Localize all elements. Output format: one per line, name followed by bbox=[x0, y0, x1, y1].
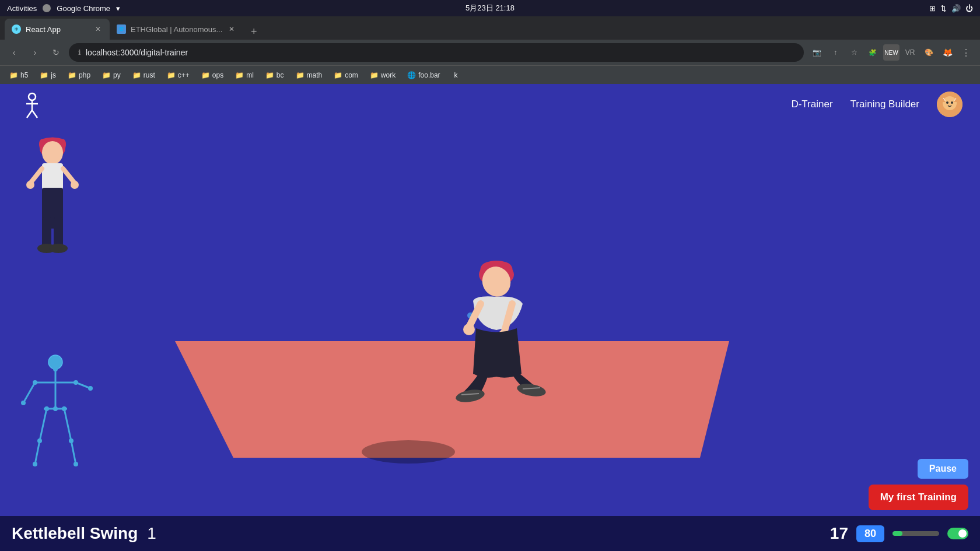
svg-point-40 bbox=[53, 406, 58, 411]
svg-line-5 bbox=[27, 110, 32, 118]
grid-icon: ⊞ bbox=[929, 4, 936, 13]
avatar-svg bbox=[937, 92, 963, 117]
reference-figure-svg bbox=[18, 131, 88, 265]
tab-react-close[interactable]: ✕ bbox=[93, 24, 103, 34]
svg-line-28 bbox=[76, 382, 90, 388]
svg-point-1 bbox=[362, 440, 455, 464]
bookmark-js[interactable]: 📁 js bbox=[35, 69, 61, 81]
reload-button[interactable]: ↻ bbox=[48, 44, 64, 61]
action-buttons: Pause My first Training bbox=[869, 459, 968, 510]
svg-point-41 bbox=[44, 406, 49, 411]
folder-icon: 📁 bbox=[68, 71, 76, 79]
bookmark-h5-label: h5 bbox=[20, 71, 28, 79]
svg-line-6 bbox=[32, 110, 37, 118]
address-bar-row: ‹ › ↻ ℹ localhost:3000/digital-trainer 📷… bbox=[0, 40, 980, 65]
folder-icon: 📁 bbox=[40, 71, 48, 79]
tab-eth-label: ETHGlobal | Autonomous... bbox=[131, 25, 222, 34]
bookmark-math[interactable]: 📁 math bbox=[291, 69, 327, 81]
address-bar[interactable]: ℹ localhost:3000/digital-trainer bbox=[69, 43, 804, 62]
svg-line-15 bbox=[63, 169, 75, 183]
react-favicon: ⚛ bbox=[12, 24, 21, 34]
app-content: D-Trainer Training Builder bbox=[0, 84, 980, 551]
folder-icon: 📁 bbox=[370, 71, 379, 79]
folder-icon: 📁 bbox=[235, 71, 244, 79]
pause-button[interactable]: Pause bbox=[918, 459, 968, 479]
os-bar: Activities Google Chrome ▾ 5月23日 21:18 ⊞… bbox=[0, 0, 980, 16]
extensions-icon[interactable]: 🧩 bbox=[864, 44, 881, 61]
folder-icon: 📁 bbox=[296, 71, 304, 79]
bookmark-js-label: js bbox=[51, 71, 56, 79]
tab-eth-close[interactable]: ✕ bbox=[227, 24, 236, 34]
skeleton-figure bbox=[18, 350, 93, 469]
folder-icon: 📁 bbox=[334, 71, 342, 79]
progress-bar-fill bbox=[892, 531, 902, 536]
svg-point-42 bbox=[62, 406, 66, 411]
my-training-button[interactable]: My first Training bbox=[869, 485, 968, 510]
bookmark-ops[interactable]: 📁 ops bbox=[197, 69, 228, 81]
bookmark-work[interactable]: 📁 work bbox=[365, 69, 400, 81]
svg-point-27 bbox=[21, 401, 26, 405]
bookmark-com-label: com bbox=[345, 71, 358, 79]
bookmark-k[interactable]: k bbox=[447, 69, 463, 81]
screen-record-icon[interactable]: 📷 bbox=[808, 44, 825, 61]
svg-point-12 bbox=[42, 141, 63, 164]
bookmark-py-label: py bbox=[113, 71, 121, 79]
bookmark-cpp[interactable]: 📁 c++ bbox=[162, 69, 194, 81]
vr-icon[interactable]: VR bbox=[902, 44, 918, 61]
globe-icon: 🌐 bbox=[407, 71, 416, 79]
progress-bar bbox=[892, 531, 939, 536]
bookmark-rust-label: rust bbox=[144, 71, 155, 79]
forward-button[interactable]: › bbox=[27, 44, 43, 61]
new-tab-button[interactable]: + bbox=[246, 23, 262, 40]
browser-label[interactable]: Google Chrome bbox=[57, 4, 110, 13]
back-button[interactable]: ‹ bbox=[6, 44, 22, 61]
bookmark-ops-label: ops bbox=[212, 71, 223, 79]
svg-point-9 bbox=[946, 101, 949, 104]
app-logo bbox=[18, 90, 47, 119]
tab-react[interactable]: ⚛ React App ✕ bbox=[5, 19, 110, 40]
fox-icon[interactable]: 🦊 bbox=[939, 44, 956, 61]
folder-icon: 📁 bbox=[132, 71, 141, 79]
bookmark-com[interactable]: 📁 com bbox=[329, 69, 363, 81]
bookmark-py[interactable]: 📁 py bbox=[97, 69, 125, 81]
svg-point-43 bbox=[37, 438, 42, 443]
svg-point-44 bbox=[69, 438, 74, 443]
svg-point-39 bbox=[74, 380, 78, 385]
svg-line-32 bbox=[35, 441, 40, 464]
svg-point-10 bbox=[951, 101, 953, 104]
svg-point-2 bbox=[29, 93, 36, 100]
share-icon[interactable]: ↑ bbox=[827, 44, 844, 61]
new-badge[interactable]: NEW bbox=[883, 44, 900, 61]
svg-point-38 bbox=[33, 380, 37, 385]
rep-current: 17 bbox=[830, 524, 848, 543]
folder-icon: 📁 bbox=[102, 71, 111, 79]
bookmark-rust[interactable]: 📁 rust bbox=[128, 69, 160, 81]
svg-line-31 bbox=[40, 409, 47, 441]
svg-point-37 bbox=[53, 367, 58, 371]
tab-react-label: React App bbox=[26, 25, 61, 34]
os-datetime: 5月23日 21:18 bbox=[466, 3, 514, 13]
app-nav-links: D-Trainer Training Builder bbox=[791, 92, 963, 117]
menu-button[interactable]: ⋮ bbox=[958, 44, 974, 61]
address-actions: 📷 ↑ ☆ 🧩 NEW VR 🎨 🦊 ⋮ bbox=[808, 44, 974, 61]
bookmark-foobar[interactable]: 🌐 foo.bar bbox=[402, 69, 444, 81]
bookmark-php[interactable]: 📁 php bbox=[63, 69, 95, 81]
color-icon[interactable]: 🎨 bbox=[921, 44, 937, 61]
user-avatar[interactable] bbox=[937, 92, 963, 117]
activities-label[interactable]: Activities bbox=[7, 4, 37, 13]
bookmark-ml[interactable]: 📁 ml bbox=[230, 69, 258, 81]
bookmark-icon[interactable]: ☆ bbox=[846, 44, 862, 61]
tab-eth[interactable]: 🌐 ETHGlobal | Autonomous... ✕ bbox=[110, 19, 243, 40]
svg-line-14 bbox=[30, 169, 42, 183]
bookmark-h5[interactable]: 📁 h5 bbox=[5, 69, 33, 81]
bookmark-bc[interactable]: 📁 bc bbox=[261, 69, 289, 81]
rep-total-badge: 80 bbox=[856, 525, 884, 542]
chrome-frame: ⚛ React App ✕ 🌐 ETHGlobal | Autonomous..… bbox=[0, 16, 980, 84]
toggle-switch[interactable] bbox=[947, 528, 968, 539]
nav-d-trainer[interactable]: D-Trainer bbox=[791, 99, 832, 110]
bookmark-cpp-label: c++ bbox=[178, 71, 190, 79]
exercise-name: Kettlebell Swing bbox=[12, 524, 138, 543]
svg-point-50 bbox=[463, 324, 475, 335]
svg-rect-13 bbox=[42, 163, 63, 189]
nav-training-builder[interactable]: Training Builder bbox=[850, 99, 919, 110]
